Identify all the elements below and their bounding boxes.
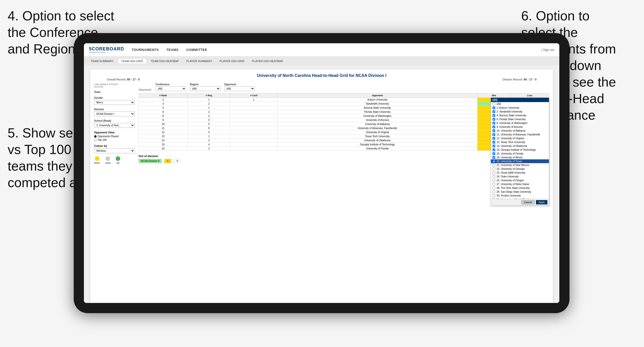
data-table: # Rank # Reg # Conf Opponent Win Loss 2	[139, 93, 549, 151]
dropdown-checkbox[interactable]	[492, 137, 495, 140]
cell-conf	[230, 147, 277, 151]
dropdown-item[interactable]: (All)	[491, 102, 549, 106]
cancel-button[interactable]: Cancel	[521, 200, 535, 204]
cell-name: Vanderbilt University	[277, 102, 477, 106]
dropdown-item-label: 18. University of Illinois	[497, 156, 522, 159]
dropdown-checkbox[interactable]	[492, 156, 495, 159]
dropdown-item-label: 28. The Ohio State University	[497, 187, 530, 189]
school-select[interactable]: 1. University of Nort...	[94, 123, 135, 128]
dropdown-checkbox[interactable]	[492, 194, 495, 197]
gender-select[interactable]: Men's	[94, 100, 135, 105]
cell-reg: 3	[188, 118, 230, 122]
table-row: 12 3 University of Virginia 1 3	[139, 130, 549, 134]
report-container: University of North Carolina Head-to-Hea…	[90, 70, 553, 303]
dropdown-checkbox[interactable]	[492, 141, 495, 144]
dropdown-checkbox[interactable]	[492, 148, 495, 151]
dropdown-checkbox[interactable]	[492, 126, 495, 128]
apply-button[interactable]: Apply	[536, 200, 547, 204]
colour-select[interactable]: Win/loss	[94, 148, 135, 153]
dropdown-item[interactable]: 2. Auburn University	[491, 106, 549, 110]
table-row: 4 1 Arizona State University 5 1	[139, 106, 549, 110]
filter-conference-label: Conference	[156, 83, 186, 86]
subnav-team-h2h-heatmap[interactable]: TEAM H2H HEATMAP	[148, 59, 182, 64]
dropdown-checkbox[interactable]	[492, 187, 495, 189]
out-of-division: Out of division NCAA Division II 1 0	[139, 155, 549, 163]
dropdown-item[interactable]: 27. University of Notre Dame	[491, 182, 549, 186]
dropdown-list[interactable]: (All)2. Auburn University3. Vanderbilt U…	[491, 102, 549, 199]
dropdown-checkbox[interactable]	[492, 122, 495, 124]
dropdown-item[interactable]: 11. University of Arkansas, Fayetteville	[491, 133, 549, 136]
dropdown-checkbox[interactable]	[492, 183, 495, 186]
dropdown-item-label: 2. Auburn University	[497, 106, 519, 109]
region-select[interactable]: (All)	[190, 86, 220, 91]
dropdown-item[interactable]: 13. Texas Tech University	[491, 140, 549, 144]
subnav-team-h2h-grid[interactable]: TEAM H2H GRID	[118, 58, 146, 64]
dropdown-checkbox[interactable]	[492, 106, 495, 109]
conference-select[interactable]: (All)	[156, 86, 186, 91]
dropdown-checkbox[interactable]	[492, 152, 495, 155]
logo-text: 5COREBOARD	[89, 46, 124, 51]
subnav-team-summary[interactable]: TEAM SUMMARY	[88, 59, 117, 64]
division-section: Division NCAA Division I	[94, 108, 135, 116]
nav-signout[interactable]: | Sign out	[542, 48, 554, 52]
subnav-player-summary[interactable]: PLAYER SUMMARY	[183, 59, 215, 64]
nav-committee[interactable]: COMMITTEE	[186, 48, 207, 52]
radio-opponents-played[interactable]: Opponents Played	[94, 135, 135, 138]
legend-up-label: Up	[116, 162, 119, 164]
dropdown-checkbox[interactable]	[492, 175, 495, 178]
table-row: 10 5 University of Alabama 3 0	[139, 122, 549, 126]
opponent-select[interactable]: (All)	[224, 86, 255, 91]
dropdown-checkbox[interactable]	[492, 160, 495, 163]
ncaa2-label: NCAA Division II	[139, 159, 162, 163]
dropdown-item[interactable]: 18. University of Illinois	[491, 156, 549, 159]
dropdown-item[interactable]: 15. Georgia Institute of Technology	[491, 148, 549, 152]
nav-tournaments[interactable]: TOURNAMENTS	[132, 48, 159, 52]
dropdown-checkbox[interactable]	[492, 110, 495, 113]
dropdown-item-label: 22. University of Georgia	[497, 168, 525, 170]
dropdown-item[interactable]: 16. University of Florida	[491, 152, 549, 156]
dropdown-item[interactable]: 12. University of Virginia	[491, 136, 549, 140]
report-body: Last Updated: 4/7/2024 16:55:38 Team Gen…	[94, 83, 549, 164]
dropdown-item[interactable]: 25. University of Oregon	[491, 178, 549, 182]
dropdown-item[interactable]: 10. University of Alabama	[491, 129, 549, 133]
dropdown-footer: Cancel Apply	[491, 199, 549, 205]
dropdown-item[interactable]: 24. Duke University	[491, 175, 549, 178]
dropdown-checkbox[interactable]	[492, 145, 495, 147]
radio-dot-opponents	[94, 135, 97, 138]
dropdown-item[interactable]: 30. Purdue University	[491, 194, 549, 198]
subnav-player-h2h-heatmap[interactable]: PLAYER H2H HEATMAP	[249, 59, 286, 64]
cell-rank: 13	[139, 134, 188, 138]
dropdown-item-label: 25. University of Oregon	[497, 179, 524, 182]
cell-reg: 4	[188, 143, 230, 147]
dropdown-checkbox[interactable]	[492, 129, 495, 132]
dropdown-item[interactable]: 3. Vanderbilt University	[491, 110, 549, 114]
opponent-dropdown[interactable]: (All) (All)2. Auburn University3. Vander…	[491, 98, 549, 206]
dropdown-item[interactable]: 6. Florida State University	[491, 117, 549, 121]
dropdown-item[interactable]: 8. University of Washington	[491, 121, 549, 125]
dropdown-item[interactable]: 14. University of Oklahoma	[491, 144, 549, 148]
dropdown-item[interactable]: 22. University of Georgia	[491, 167, 549, 171]
dropdown-checkbox[interactable]	[492, 171, 495, 174]
dropdown-checkbox[interactable]	[492, 168, 495, 170]
dropdown-item[interactable]: 28. The Ohio State University	[491, 186, 549, 190]
dropdown-item[interactable]: 20. University of Texas	[491, 159, 549, 163]
cell-rank: 11	[139, 126, 188, 130]
dropdown-item[interactable]: 23. Texas A&M University	[491, 171, 549, 175]
nav-teams[interactable]: TEAMS	[166, 48, 178, 52]
dropdown-item[interactable]: 9. University of Arizona	[491, 125, 549, 129]
dropdown-item[interactable]: 29. San Diego State University	[491, 190, 549, 194]
legend-level-circle	[106, 156, 110, 161]
dropdown-checkbox[interactable]	[492, 133, 495, 136]
dropdown-checkbox[interactable]	[492, 103, 495, 105]
division-select[interactable]: NCAA Division I	[94, 112, 135, 116]
dropdown-item[interactable]: 4. Arizona State University	[491, 114, 549, 117]
dropdown-checkbox[interactable]	[492, 198, 495, 199]
dropdown-checkbox[interactable]	[492, 190, 495, 193]
radio-top100[interactable]: Top 100	[94, 138, 135, 141]
subnav-player-h2h-grid[interactable]: PLAYER H2H GRID	[217, 59, 248, 64]
dropdown-checkbox[interactable]	[492, 114, 495, 117]
dropdown-checkbox[interactable]	[492, 179, 495, 182]
dropdown-checkbox[interactable]	[492, 118, 495, 121]
dropdown-checkbox[interactable]	[492, 164, 495, 166]
dropdown-item[interactable]: 21. University of New Mexico	[491, 163, 549, 167]
